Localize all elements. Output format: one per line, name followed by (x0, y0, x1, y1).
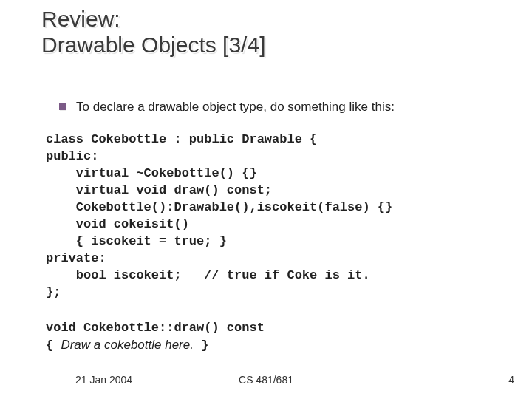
code-line: Cokebottle():Drawable(),iscokeit(false) … (46, 200, 392, 214)
bullet-text: To declare a drawable object type, do so… (76, 100, 395, 115)
code-line: bool iscokeit; // true if Coke is it. (46, 268, 370, 282)
code-line: void Cokebottle::draw() const (46, 321, 265, 335)
code-italic-comment: Draw a cokebottle here. (61, 338, 194, 352)
slide-title: Review: Drawable Objects [3/4] (41, 6, 265, 58)
code-line: class Cokebottle : public Drawable { (46, 132, 317, 146)
code-line: { iscokeit = true; } (46, 234, 227, 248)
slide: Review: Drawable Objects [3/4] To declar… (0, 0, 532, 399)
code-line: public: (46, 149, 98, 163)
title-line-2: Drawable Objects [3/4] (41, 33, 265, 57)
code-block-1: class Cokebottle : public Drawable { pub… (46, 131, 392, 301)
footer-course: CS 481/681 (0, 374, 532, 386)
footer-page-number: 4 (508, 374, 514, 386)
code-line: }; (46, 285, 61, 299)
title-line-1: Review: (41, 7, 120, 31)
code-line: { (46, 338, 61, 352)
bullet-item: To declare a drawable object type, do so… (59, 100, 395, 115)
bullet-icon (59, 103, 66, 110)
code-line: void cokeisit() (46, 217, 189, 231)
code-line: virtual void draw() const; (46, 183, 272, 197)
code-line: } (194, 338, 208, 352)
code-line: virtual ~Cokebottle() {} (46, 166, 257, 180)
code-block-2: void Cokebottle::draw() const { Draw a c… (46, 319, 265, 354)
code-line: private: (46, 251, 106, 265)
